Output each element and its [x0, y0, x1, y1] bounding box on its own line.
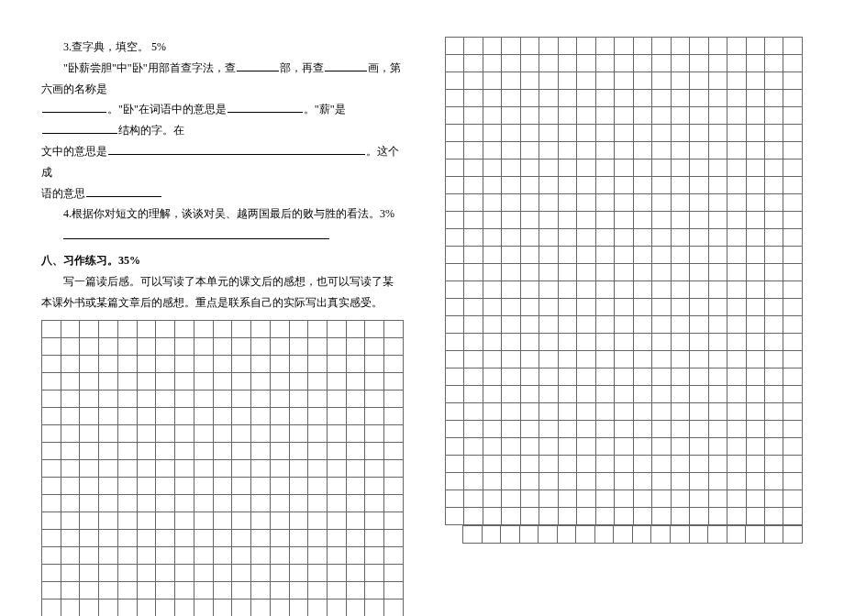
writing-cell[interactable] [308, 338, 328, 356]
writing-cell[interactable] [764, 72, 783, 90]
writing-cell[interactable] [595, 229, 614, 247]
writing-cell[interactable] [520, 107, 539, 125]
writing-cell[interactable] [690, 55, 708, 72]
writing-cell[interactable] [346, 460, 365, 478]
writing-cell[interactable] [346, 547, 365, 565]
writing-cell[interactable] [446, 473, 464, 490]
writing-cell[interactable] [446, 403, 464, 421]
writing-cell[interactable] [783, 334, 803, 351]
writing-cell[interactable] [633, 368, 651, 386]
writing-cell[interactable] [194, 321, 213, 338]
writing-cell[interactable] [346, 321, 365, 338]
writing-cell[interactable] [483, 421, 501, 438]
writing-cell[interactable] [577, 107, 595, 125]
writing-cell[interactable] [99, 530, 118, 547]
writing-cell[interactable] [483, 142, 501, 160]
writing-cell[interactable] [117, 565, 137, 582]
writing-cell[interactable] [502, 508, 520, 525]
writing-cell[interactable] [539, 456, 558, 473]
writing-cell[interactable] [708, 160, 727, 177]
writing-cell[interactable] [615, 194, 633, 212]
writing-cell[interactable] [156, 547, 175, 565]
writing-cell[interactable] [232, 373, 251, 390]
writing-cell[interactable] [615, 281, 633, 299]
writing-cell[interactable] [690, 125, 708, 142]
writing-cell[interactable] [727, 438, 746, 456]
writing-cell[interactable] [308, 565, 328, 582]
writing-cell[interactable] [464, 508, 483, 525]
writing-cell[interactable] [137, 478, 156, 495]
writing-cell[interactable] [727, 142, 746, 160]
writing-cell[interactable] [577, 334, 595, 351]
writing-cell[interactable] [764, 247, 783, 264]
writing-cell[interactable] [708, 508, 727, 525]
writing-cell[interactable] [558, 194, 576, 212]
writing-cell[interactable] [232, 356, 251, 373]
writing-cell[interactable] [328, 408, 347, 425]
writing-cell[interactable] [727, 177, 746, 194]
writing-cell[interactable] [156, 478, 175, 495]
writing-cell[interactable] [577, 351, 595, 368]
writing-cell[interactable] [251, 321, 271, 338]
writing-cell[interactable] [194, 530, 213, 547]
writing-cell[interactable] [251, 373, 271, 390]
writing-cell[interactable] [483, 456, 501, 473]
writing-cell[interactable] [328, 373, 347, 390]
writing-cell[interactable] [156, 425, 175, 443]
writing-cell[interactable] [42, 408, 61, 425]
writing-cell[interactable] [175, 390, 194, 408]
writing-cell[interactable] [708, 72, 727, 90]
writing-cell[interactable] [328, 565, 347, 582]
writing-cell[interactable] [61, 390, 80, 408]
writing-cell[interactable] [783, 473, 803, 490]
writing-cell[interactable] [464, 456, 483, 473]
writing-cell[interactable] [502, 473, 520, 490]
writing-cell[interactable] [289, 356, 308, 373]
writing-cell[interactable] [520, 125, 539, 142]
writing-cell[interactable] [80, 530, 99, 547]
writing-cell[interactable] [117, 321, 137, 338]
writing-cell[interactable] [502, 403, 520, 421]
writing-cell[interactable] [80, 390, 99, 408]
fill-blank-q4-answer[interactable] [63, 228, 329, 239]
writing-cell[interactable] [633, 473, 651, 490]
writing-cell[interactable] [633, 212, 651, 229]
writing-cell[interactable] [502, 38, 520, 55]
writing-cell[interactable] [690, 508, 708, 525]
writing-cell[interactable] [708, 473, 727, 490]
writing-cell[interactable] [328, 530, 347, 547]
writing-cell[interactable] [446, 421, 464, 438]
writing-cell[interactable] [365, 460, 384, 478]
writing-cell[interactable] [727, 421, 746, 438]
fill-blank-wo-meaning[interactable] [228, 102, 303, 113]
writing-cell[interactable] [615, 299, 633, 316]
writing-cell[interactable] [175, 338, 194, 356]
writing-cell[interactable] [576, 526, 595, 544]
writing-cell[interactable] [80, 321, 99, 338]
writing-cell[interactable] [270, 408, 289, 425]
fill-blank-xin-structure[interactable] [42, 123, 117, 134]
writing-cell[interactable] [42, 582, 61, 600]
writing-cell[interactable] [464, 177, 483, 194]
writing-cell[interactable] [615, 125, 633, 142]
writing-cell[interactable] [117, 425, 137, 443]
writing-cell[interactable] [594, 526, 614, 544]
writing-cell[interactable] [577, 473, 595, 490]
writing-cell[interactable] [520, 368, 539, 386]
writing-grid-right-extra[interactable] [462, 525, 803, 544]
writing-cell[interactable] [727, 72, 746, 90]
writing-cell[interactable] [783, 421, 803, 438]
writing-cell[interactable] [520, 160, 539, 177]
writing-cell[interactable] [783, 386, 803, 403]
writing-cell[interactable] [577, 456, 595, 473]
writing-cell[interactable] [502, 264, 520, 281]
writing-cell[interactable] [577, 421, 595, 438]
writing-cell[interactable] [595, 473, 614, 490]
writing-cell[interactable] [289, 390, 308, 408]
writing-cell[interactable] [764, 38, 783, 55]
writing-cell[interactable] [595, 177, 614, 194]
writing-cell[interactable] [365, 512, 384, 530]
writing-cell[interactable] [520, 316, 539, 334]
writing-cell[interactable] [633, 55, 651, 72]
writing-cell[interactable] [727, 38, 746, 55]
